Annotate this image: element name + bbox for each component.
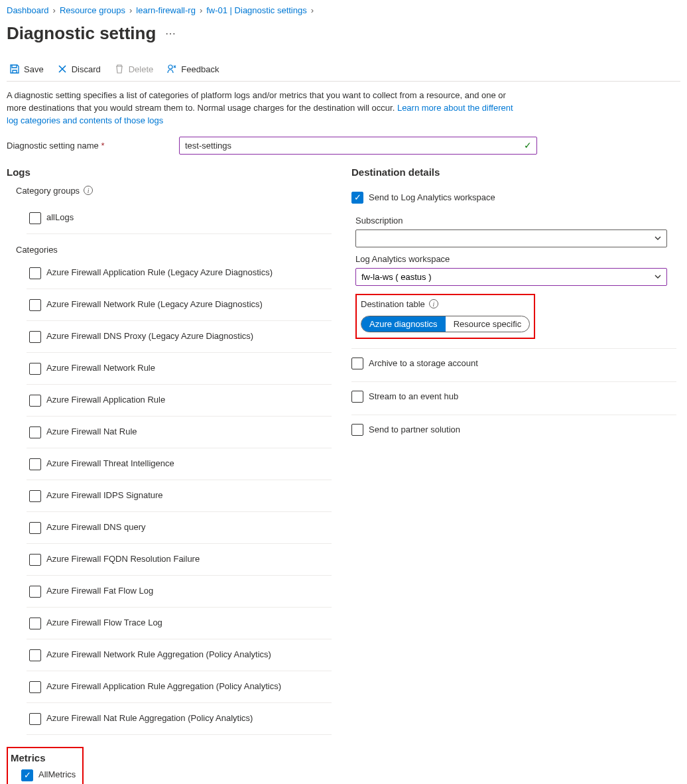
category-checkbox[interactable] (29, 554, 41, 566)
intro-text: A diagnostic setting specifies a list of… (7, 90, 524, 127)
alllogs-label: allLogs (46, 212, 74, 222)
allmetrics-row: AllMetrics (9, 769, 78, 783)
category-row: Azure Firewall Flow Trace Log (27, 608, 332, 639)
archive-storage-checkbox[interactable] (351, 358, 363, 369)
chevron-right-icon: › (311, 5, 314, 15)
category-row: Azure Firewall Nat Rule Aggregation (Pol… (27, 703, 332, 735)
category-checkbox[interactable] (29, 490, 41, 502)
category-row: Azure Firewall Network Rule (27, 353, 332, 385)
workspace-label: Log Analytics workspace (355, 254, 676, 264)
breadcrumb-link[interactable]: Dashboard (7, 5, 49, 15)
breadcrumb-link[interactable]: Resource groups (60, 5, 125, 15)
category-label: Azure Firewall Application Rule (46, 394, 165, 405)
chevron-right-icon: › (129, 5, 132, 15)
category-checkbox[interactable] (29, 458, 41, 470)
dest-table-label: Destination table (361, 299, 425, 309)
save-label: Save (24, 64, 44, 74)
toggle-azure-diagnostics[interactable]: Azure diagnostics (361, 316, 446, 332)
destination-heading: Destination details (351, 166, 676, 178)
category-row: Azure Firewall IDPS Signature (27, 480, 332, 512)
category-label: Azure Firewall Flow Trace Log (46, 617, 162, 627)
chevron-right-icon: › (200, 5, 202, 15)
category-checkbox[interactable] (29, 681, 41, 693)
category-label: Azure Firewall Fat Flow Log (46, 585, 153, 596)
category-checkbox[interactable] (29, 649, 41, 661)
metrics-highlight: Metrics AllMetrics (7, 747, 84, 784)
category-checkbox[interactable] (29, 618, 41, 629)
dest-table-highlight: Destination table i Azure diagnostics Re… (355, 294, 535, 339)
info-icon[interactable]: i (429, 299, 438, 308)
feedback-label: Feedback (181, 64, 219, 74)
breadcrumb-link[interactable]: fw-01 | Diagnostic settings (206, 5, 307, 15)
discard-button[interactable]: Discard (57, 64, 101, 74)
more-menu-icon[interactable]: ⋯ (162, 27, 178, 40)
chevron-right-icon: › (53, 5, 56, 15)
close-icon (57, 64, 68, 74)
delete-label: Delete (129, 64, 154, 74)
category-label: Azure Firewall Threat Intelligence (46, 458, 174, 468)
logs-heading: Logs (7, 166, 332, 178)
send-log-analytics-checkbox[interactable] (351, 192, 363, 204)
category-checkbox[interactable] (29, 267, 41, 279)
category-label: Azure Firewall DNS Proxy (Legacy Azure D… (46, 330, 253, 341)
category-label: Azure Firewall Nat Rule (46, 426, 137, 436)
partner-solution-checkbox[interactable] (351, 424, 363, 436)
category-row: Azure Firewall Application Rule (Legacy … (27, 257, 332, 289)
category-row: Azure Firewall DNS Proxy (Legacy Azure D… (27, 321, 332, 353)
category-checkbox[interactable] (29, 331, 41, 343)
subscription-label: Subscription (355, 216, 676, 226)
category-row: Azure Firewall FQDN Resolution Failure (27, 544, 332, 576)
dest-table-toggle: Azure diagnostics Resource specific (361, 316, 530, 332)
category-checkbox[interactable] (29, 299, 41, 311)
metrics-heading: Metrics (11, 752, 78, 763)
category-checkbox[interactable] (29, 363, 41, 375)
category-row: Azure Firewall Application Rule Aggregat… (27, 671, 332, 703)
category-checkbox[interactable] (29, 426, 41, 438)
info-icon[interactable]: i (84, 186, 93, 195)
category-label: Azure Firewall DNS query (46, 521, 146, 532)
feedback-icon (166, 64, 177, 74)
category-label: Azure Firewall Nat Rule Aggregation (Pol… (46, 712, 253, 723)
category-label: Azure Firewall Network Rule Aggregation … (46, 649, 271, 659)
category-label: Azure Firewall Application Rule (Legacy … (46, 267, 273, 277)
alllogs-checkbox[interactable] (29, 212, 41, 224)
setting-name-label: Diagnostic setting name * (7, 141, 172, 151)
category-label: Azure Firewall IDPS Signature (46, 490, 163, 500)
breadcrumb: Dashboard › Resource groups › learn-fire… (7, 5, 680, 15)
save-icon (9, 64, 20, 74)
category-checkbox[interactable] (29, 395, 41, 407)
category-checkbox[interactable] (29, 586, 41, 598)
category-row: Azure Firewall Network Rule Aggregation … (27, 639, 332, 671)
setting-name-input[interactable] (179, 137, 537, 155)
category-checkbox[interactable] (29, 522, 41, 534)
allmetrics-label: AllMetrics (38, 769, 76, 779)
category-label: Azure Firewall Network Rule (Legacy Azur… (46, 298, 263, 309)
workspace-select[interactable]: fw-la-ws ( eastus ) (355, 268, 667, 286)
feedback-button[interactable]: Feedback (166, 64, 219, 74)
category-row: Azure Firewall Threat Intelligence (27, 448, 332, 480)
delete-button: Delete (114, 64, 154, 74)
partner-solution-label: Send to partner solution (369, 425, 460, 434)
send-log-analytics-label: Send to Log Analytics workspace (369, 192, 495, 202)
breadcrumb-link[interactable]: learn-firewall-rg (136, 5, 196, 15)
command-bar: Save Discard Delete Feedback (7, 61, 680, 82)
alllogs-row: allLogs (27, 202, 332, 234)
discard-label: Discard (72, 64, 101, 74)
allmetrics-checkbox[interactable] (21, 769, 33, 781)
page-title: Diagnostic setting (7, 23, 156, 44)
category-row: Azure Firewall DNS query (27, 512, 332, 544)
category-groups-heading: Category groups i (16, 186, 332, 196)
toggle-resource-specific[interactable]: Resource specific (446, 316, 530, 332)
stream-eventhub-label: Stream to an event hub (369, 391, 458, 401)
svg-point-0 (168, 65, 172, 69)
valid-check-icon: ✓ (524, 140, 532, 151)
categories-list: Azure Firewall Application Rule (Legacy … (27, 257, 332, 735)
save-button[interactable]: Save (9, 64, 44, 74)
trash-icon (114, 64, 125, 74)
stream-eventhub-checkbox[interactable] (351, 391, 363, 403)
subscription-select[interactable] (355, 229, 667, 247)
categories-heading: Categories (16, 245, 332, 255)
archive-storage-label: Archive to a storage account (369, 358, 478, 368)
category-label: Azure Firewall Network Rule (46, 362, 155, 373)
category-checkbox[interactable] (29, 713, 41, 725)
